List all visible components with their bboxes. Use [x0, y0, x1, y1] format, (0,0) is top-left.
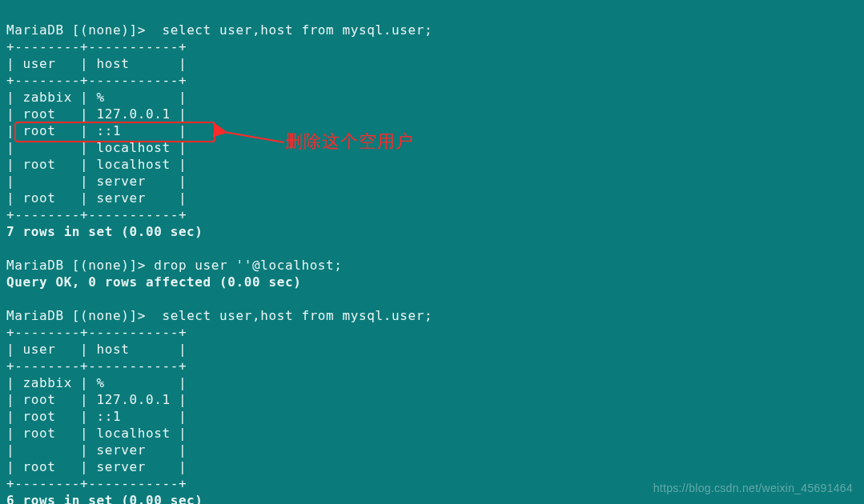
- sql-query-2: drop user ''@localhost;: [154, 258, 342, 273]
- table-separator: +--------+-----------+: [6, 73, 187, 88]
- result-footer-1: 7 rows in set (0.00 sec): [6, 224, 203, 239]
- table-separator: +--------+-----------+: [6, 39, 187, 54]
- prompt-line-1: MariaDB [(none)]> select user,host from …: [6, 22, 432, 38]
- table-header: | user | host |: [6, 342, 187, 357]
- prompt-line-3: MariaDB [(none)]> select user,host from …: [6, 308, 432, 323]
- table-separator: +--------+-----------+: [6, 476, 187, 491]
- table-separator: +--------+-----------+: [6, 358, 187, 374]
- table-rows: | zabbix | % | | root | 127.0.0.1 | | ro…: [6, 375, 187, 474]
- prompt: MariaDB [(none)]>: [6, 258, 154, 273]
- result-line-2: Query OK, 0 rows affected (0.00 sec): [6, 274, 301, 290]
- prompt-line-2: MariaDB [(none)]> drop user ''@localhost…: [6, 258, 343, 273]
- table-rows: | zabbix | % | | root | 127.0.0.1 | | ro…: [6, 90, 187, 206]
- result-footer-3: 6 rows in set (0.00 sec): [6, 493, 203, 504]
- sql-query-3: select user,host from mysql.user;: [154, 308, 432, 323]
- prompt: MariaDB [(none)]>: [6, 308, 154, 323]
- table-header: | user | host |: [6, 56, 187, 71]
- prompt: MariaDB [(none)]>: [6, 22, 154, 38]
- sql-query-1: select user,host from mysql.user;: [154, 22, 432, 38]
- table-separator: +--------+-----------+: [6, 207, 187, 222]
- terminal-output: MariaDB [(none)]> select user,host from …: [0, 0, 864, 504]
- table-separator: +--------+-----------+: [6, 325, 187, 340]
